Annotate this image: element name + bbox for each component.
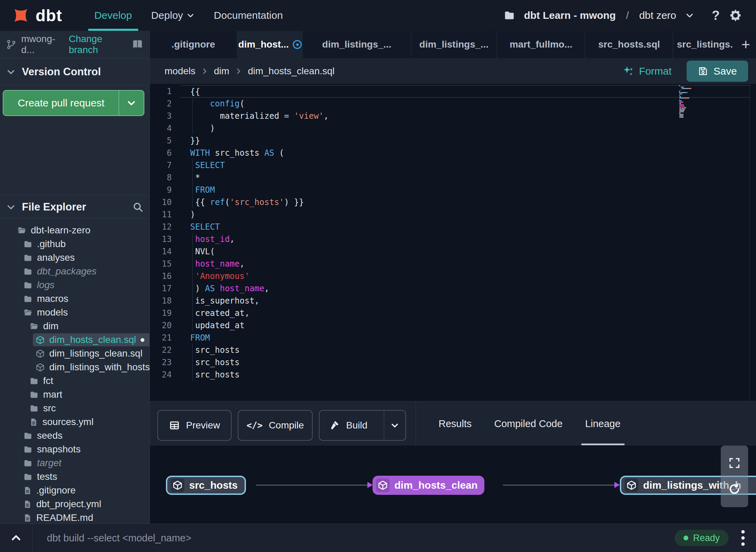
fullscreen-icon[interactable] bbox=[729, 457, 740, 469]
code-line-23[interactable]: src_hosts bbox=[181, 356, 750, 369]
tree-item-dbt-project-yml[interactable]: dbt_project.yml bbox=[0, 497, 149, 511]
code-line-21[interactable]: FROM bbox=[181, 332, 750, 344]
tree-item-dim[interactable]: dim bbox=[0, 319, 149, 333]
file-explorer-header[interactable]: File Explorer bbox=[0, 195, 149, 219]
minimap[interactable] bbox=[679, 85, 703, 118]
help-icon[interactable]: ? bbox=[712, 8, 720, 23]
breadcrumb: models dim dim_hosts_clean.sql bbox=[165, 66, 335, 77]
code-line-15[interactable]: host_name, bbox=[181, 258, 750, 270]
minimap-line bbox=[679, 98, 703, 99]
breadcrumb-models[interactable]: models bbox=[165, 66, 195, 77]
code-line-10[interactable]: {{ ref('src_hosts') }} bbox=[181, 196, 750, 208]
tab-dim-host[interactable]: dim_host... bbox=[237, 31, 303, 58]
code-token bbox=[215, 284, 220, 293]
version-control-header[interactable]: Version Control bbox=[0, 59, 149, 85]
code-line-7[interactable]: SELECT bbox=[181, 159, 750, 171]
code-line-16[interactable]: 'Anonymous' bbox=[181, 270, 750, 282]
nav-documentation[interactable]: Documentation bbox=[204, 0, 292, 31]
code-editor[interactable]: 123456789101112131415161718192021222324 … bbox=[149, 84, 756, 401]
folder-open-icon bbox=[17, 226, 26, 235]
editor-scrollbar[interactable] bbox=[750, 84, 750, 401]
tree-item-macros[interactable]: macros bbox=[0, 292, 149, 306]
format-button[interactable]: Format bbox=[623, 65, 672, 77]
breadcrumb-file[interactable]: dim_hosts_clean.sql bbox=[248, 66, 335, 77]
tree-item-readme-md[interactable]: README.md bbox=[0, 511, 149, 524]
code-line-1[interactable]: {{ bbox=[181, 85, 750, 98]
command-bar-toggle[interactable] bbox=[0, 524, 32, 552]
build-dropdown[interactable] bbox=[384, 411, 405, 440]
tab-dim-listings[interactable]: dim_listings_... bbox=[411, 31, 497, 58]
tab-mart-fullmo[interactable]: mart_fullmo... bbox=[497, 31, 585, 58]
tree-item-analyses[interactable]: analyses bbox=[0, 251, 149, 265]
tree-item-fct[interactable]: fct bbox=[0, 374, 149, 388]
chevron-down-icon[interactable] bbox=[685, 11, 694, 20]
tab-src-hosts-sql[interactable]: src_hosts.sql bbox=[585, 31, 673, 58]
breadcrumb-dim[interactable]: dim bbox=[214, 66, 229, 77]
save-button[interactable]: Save bbox=[687, 61, 748, 82]
add-tab-button[interactable]: + bbox=[737, 31, 755, 58]
search-icon[interactable] bbox=[132, 202, 143, 213]
code-area[interactable]: {{ config( materialized = 'view', )}}WIT… bbox=[181, 85, 750, 381]
preview-button[interactable]: Preview bbox=[157, 410, 232, 441]
code-line-22[interactable]: src_hosts bbox=[181, 344, 750, 356]
tree-item-target[interactable]: target bbox=[0, 456, 149, 470]
code-line-17[interactable]: ) AS host_name, bbox=[181, 282, 750, 295]
tree-item-dbt-learn-zero[interactable]: dbt-learn-zero bbox=[0, 223, 149, 237]
create-pr-dropdown[interactable] bbox=[119, 91, 144, 115]
code-line-12[interactable]: SELECT bbox=[181, 221, 750, 233]
lineage-graph[interactable]: src_hostsdim_hosts_cleandim_listings_wit… bbox=[149, 446, 756, 524]
code-line-8[interactable]: * bbox=[181, 171, 750, 184]
tab-dim-listings[interactable]: dim_listings_... bbox=[303, 31, 411, 58]
tree-item-github[interactable]: .github bbox=[0, 237, 149, 251]
build-main[interactable]: Build bbox=[320, 411, 378, 440]
create-pull-request-label[interactable]: Create pull request bbox=[3, 91, 119, 115]
dbt-logo[interactable]: dbt bbox=[11, 5, 62, 25]
tree-item-dim-hosts-clean-sql[interactable]: dim_hosts_clean.sql bbox=[0, 333, 149, 347]
create-pull-request-button[interactable]: Create pull request bbox=[3, 90, 144, 116]
tree-item-logs[interactable]: logs bbox=[0, 278, 149, 292]
tree-item-dim-listings-clean-sql[interactable]: dim_listings_clean.sql bbox=[0, 347, 149, 360]
tab-lineage[interactable]: Lineage bbox=[585, 401, 621, 446]
command-input[interactable] bbox=[32, 532, 675, 544]
compile-button[interactable]: </> Compile bbox=[238, 410, 313, 441]
code-line-3[interactable]: materialized = 'view', bbox=[181, 110, 750, 122]
tree-item-gitignore[interactable]: .gitignore bbox=[0, 484, 149, 497]
tree-item-snapshots[interactable]: snapshots bbox=[0, 442, 149, 456]
code-line-6[interactable]: WITH src_hosts AS ( bbox=[181, 147, 750, 159]
nav-deploy[interactable]: Deploy bbox=[142, 0, 204, 31]
code-line-4[interactable]: ) bbox=[181, 122, 750, 134]
code-line-9[interactable]: FROM bbox=[181, 184, 750, 196]
code-line-20[interactable]: updated_at bbox=[181, 319, 750, 332]
code-line-24[interactable]: src_hosts bbox=[181, 369, 750, 381]
tree-item-sources-yml[interactable]: sources.yml bbox=[0, 415, 149, 429]
build-button[interactable]: Build bbox=[319, 410, 406, 441]
refresh-icon[interactable] bbox=[728, 483, 741, 496]
change-branch-link[interactable]: Change branch bbox=[69, 34, 122, 55]
tab-src-listings[interactable]: src_listings. bbox=[673, 31, 737, 58]
tab-gitignore[interactable]: .gitignore bbox=[149, 31, 237, 58]
lineage-node-dim-hosts-clean[interactable]: dim_hosts_clean bbox=[373, 476, 484, 495]
tree-item-tests[interactable]: tests bbox=[0, 470, 149, 484]
project-name[interactable]: dbt Learn - mwong bbox=[524, 10, 616, 21]
lineage-node-src-hosts[interactable]: src_hosts bbox=[166, 476, 246, 495]
environment-name[interactable]: dbt zero bbox=[639, 10, 676, 21]
code-line-11[interactable]: ) bbox=[181, 208, 750, 221]
code-line-2[interactable]: config( bbox=[181, 98, 750, 110]
tree-item-models[interactable]: models bbox=[0, 306, 149, 319]
tab-compiled-code[interactable]: Compiled Code bbox=[494, 401, 563, 446]
docs-book-icon[interactable] bbox=[132, 39, 143, 50]
nav-develop[interactable]: Develop bbox=[85, 0, 142, 31]
tree-item-seeds[interactable]: seeds bbox=[0, 429, 149, 442]
kebab-menu-icon[interactable] bbox=[736, 529, 750, 547]
code-line-13[interactable]: host_id, bbox=[181, 233, 750, 245]
tab-results[interactable]: Results bbox=[439, 401, 472, 446]
tree-item-dim-listings-with-hosts[interactable]: dim_listings_with_hosts... bbox=[0, 360, 149, 374]
tree-item-src[interactable]: src bbox=[0, 401, 149, 415]
code-line-18[interactable]: is_superhost, bbox=[181, 295, 750, 307]
code-line-14[interactable]: NVL( bbox=[181, 245, 750, 258]
tree-item-dbt-packages[interactable]: dbt_packages bbox=[0, 265, 149, 278]
code-line-5[interactable]: }} bbox=[181, 134, 750, 147]
settings-gear-icon[interactable] bbox=[729, 9, 742, 22]
code-line-19[interactable]: created_at, bbox=[181, 307, 750, 319]
tree-item-mart[interactable]: mart bbox=[0, 388, 149, 401]
